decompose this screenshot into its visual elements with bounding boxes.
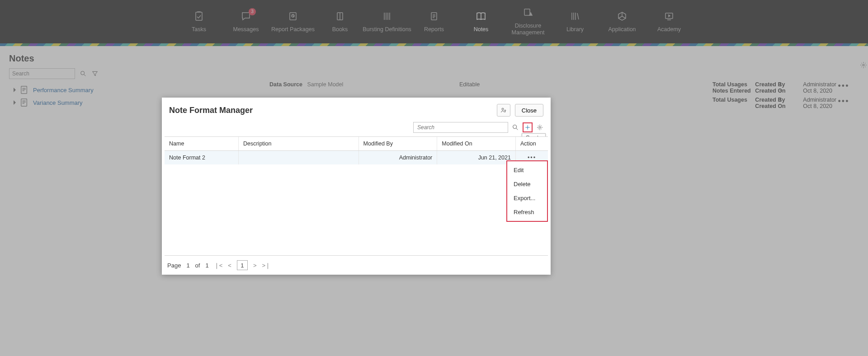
report-packages-icon bbox=[288, 11, 298, 22]
nav-item-application[interactable]: Application bbox=[599, 11, 646, 33]
svg-line-36 bbox=[516, 128, 518, 130]
ellipsis-icon: ••• bbox=[528, 155, 536, 161]
nav-item-bursting-definitions[interactable]: Bursting Definitions bbox=[363, 11, 410, 33]
academy-icon bbox=[664, 11, 675, 22]
create-button[interactable]: Create bbox=[523, 122, 533, 132]
editable-cell: Editable bbox=[459, 81, 712, 94]
svg-marker-20 bbox=[669, 15, 670, 17]
page-title: Notes bbox=[9, 53, 859, 64]
page-search-row bbox=[9, 68, 859, 79]
col-header-modified-by[interactable]: Modified By bbox=[359, 137, 437, 151]
data-source-cell: Data Source Sample Model bbox=[269, 81, 459, 94]
nav-item-books[interactable]: Books bbox=[316, 11, 363, 33]
row-action-menu: Edit Delete Export... Refresh bbox=[506, 160, 548, 222]
svg-rect-24 bbox=[21, 86, 27, 94]
menu-item-edit[interactable]: Edit bbox=[507, 163, 547, 177]
dialog-title: Note Format Manager bbox=[169, 106, 253, 115]
svg-rect-14 bbox=[524, 9, 530, 15]
menu-item-refresh[interactable]: Refresh bbox=[507, 205, 547, 219]
tree-item-label: Performance Summary bbox=[33, 87, 94, 94]
pager-first-icon[interactable]: ❘< bbox=[214, 262, 223, 269]
filter-icon[interactable] bbox=[91, 70, 99, 77]
svg-point-33 bbox=[502, 108, 504, 110]
reports-icon bbox=[429, 11, 439, 22]
svg-line-18 bbox=[577, 13, 579, 19]
nav-item-library[interactable]: Library bbox=[552, 11, 599, 33]
library-icon bbox=[570, 11, 580, 22]
top-nav: Tasks 3 Messages Report Packages Books B… bbox=[0, 0, 868, 43]
person-key-icon bbox=[500, 107, 507, 114]
pager-page-input[interactable]: 1 bbox=[237, 260, 248, 270]
nav-item-tasks[interactable]: Tasks bbox=[175, 11, 222, 33]
svg-point-39 bbox=[539, 126, 541, 128]
pager-last-icon[interactable]: >❘ bbox=[262, 262, 270, 269]
close-button[interactable]: Close bbox=[515, 104, 543, 117]
nav-item-notes[interactable]: Notes bbox=[458, 11, 505, 33]
chevron-right-icon bbox=[14, 100, 16, 105]
page-search-input[interactable] bbox=[9, 68, 75, 79]
settings-gear-icon[interactable] bbox=[536, 124, 543, 131]
col-header-name[interactable]: Name bbox=[165, 137, 238, 151]
bursting-icon bbox=[382, 11, 392, 22]
messages-badge: 3 bbox=[249, 8, 256, 15]
books-icon bbox=[335, 11, 345, 22]
application-icon bbox=[617, 11, 627, 22]
cell-modified-on: Jun 21, 2021 bbox=[437, 151, 516, 165]
disclosure-icon bbox=[523, 7, 533, 18]
svg-rect-0 bbox=[196, 12, 202, 20]
cell-description bbox=[238, 151, 359, 165]
svg-line-23 bbox=[84, 75, 85, 76]
nav-item-disclosure-management[interactable]: Disclosure Management bbox=[505, 7, 552, 36]
chevron-right-icon bbox=[14, 88, 16, 92]
note-template-icon bbox=[20, 98, 28, 107]
created-block-1: Created ByAdministrator Created OnOct 8,… bbox=[755, 81, 836, 94]
col-header-description[interactable]: Description bbox=[238, 137, 359, 151]
pager-page-label: Page bbox=[167, 262, 181, 269]
menu-item-delete[interactable]: Delete bbox=[507, 177, 547, 191]
nav-item-report-packages[interactable]: Report Packages bbox=[269, 11, 316, 33]
col-header-action[interactable]: Action bbox=[515, 137, 548, 151]
tree-item-label: Variance Summary bbox=[33, 99, 83, 106]
pager-prev-icon[interactable]: < bbox=[228, 262, 231, 269]
note-template-icon bbox=[20, 85, 28, 94]
search-icon[interactable] bbox=[80, 70, 87, 77]
settings-gear-icon[interactable] bbox=[860, 61, 867, 69]
svg-point-34 bbox=[505, 110, 506, 111]
pager-current: 1 bbox=[186, 262, 189, 269]
nav-item-messages[interactable]: 3 Messages bbox=[222, 11, 269, 33]
notes-icon bbox=[476, 11, 486, 22]
pager-total: 1 bbox=[205, 262, 208, 269]
tasks-icon bbox=[193, 11, 204, 22]
nav-item-reports[interactable]: Reports bbox=[410, 11, 458, 33]
cell-name: Note Format 2 bbox=[165, 151, 238, 165]
col-header-modified-on[interactable]: Modified On bbox=[437, 137, 516, 151]
access-button[interactable] bbox=[497, 104, 510, 117]
note-format-manager-dialog: Note Format Manager Close Create Name De… bbox=[162, 98, 551, 275]
table-row[interactable]: Note Format 2 Administrator Jun 21, 2021… bbox=[165, 151, 548, 165]
search-icon[interactable] bbox=[512, 124, 519, 131]
pager: Page 1 of 1 ❘< < 1 > >❘ bbox=[162, 256, 551, 275]
svg-rect-28 bbox=[21, 99, 27, 106]
svg-point-32 bbox=[863, 64, 864, 66]
svg-point-22 bbox=[81, 71, 85, 75]
formats-table: Name Description Modified By Modified On… bbox=[165, 136, 548, 256]
menu-item-export[interactable]: Export... bbox=[507, 191, 547, 205]
pager-of-label: of bbox=[195, 262, 200, 269]
created-block-2: Created ByAdministrator Created OnOct 8,… bbox=[755, 97, 836, 109]
pager-next-icon[interactable]: > bbox=[253, 262, 257, 269]
plus-icon bbox=[524, 124, 531, 131]
svg-point-35 bbox=[513, 125, 517, 129]
nav-item-academy[interactable]: Academy bbox=[646, 11, 693, 33]
dialog-search-input[interactable] bbox=[413, 122, 508, 133]
cell-modified-by: Administrator bbox=[359, 151, 437, 165]
